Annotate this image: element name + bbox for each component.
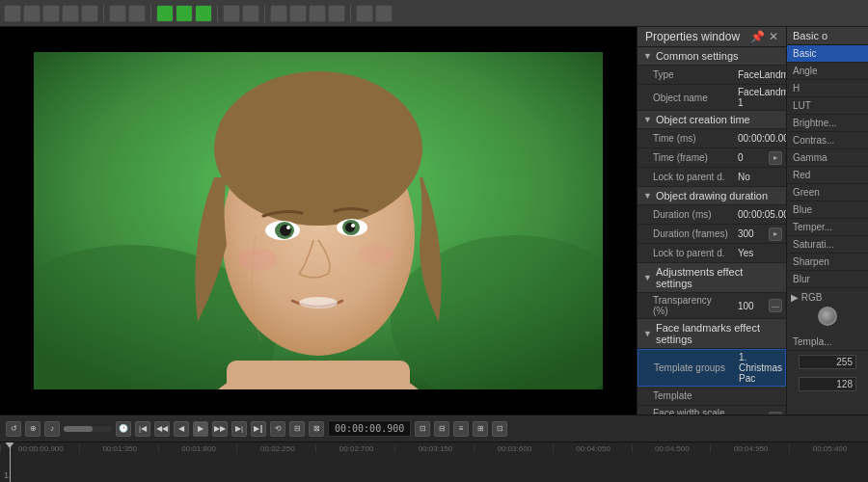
drawing-duration-header[interactable]: ▼ Object drawing duration (637, 187, 786, 205)
toolbar-icon-18[interactable] (375, 5, 393, 22)
right-item-lut[interactable]: LUT (787, 97, 868, 115)
right-item-blur[interactable]: Blur (787, 271, 868, 288)
toolbar-icon-2[interactable] (23, 5, 41, 22)
timeline-btn-7[interactable]: ⊡ (415, 421, 430, 437)
timeline-btn-2[interactable]: ⊕ (25, 421, 41, 437)
transparency-value[interactable]: 100 (734, 299, 769, 313)
right-item-sharpen[interactable]: Sharpen (787, 254, 868, 271)
toolbar-icon-1[interactable] (4, 5, 21, 22)
svg-rect-4 (227, 361, 410, 389)
toolbar-icon-10[interactable] (195, 5, 212, 22)
drawing-duration-label: Object drawing duration (656, 190, 768, 201)
template-value[interactable] (734, 394, 786, 398)
toolbar-icon-4[interactable] (62, 5, 79, 22)
template-groups-value[interactable]: 1. Christmas Pac (735, 350, 786, 386)
props-content: ▼ Common settings Type FaceLandmarks Obj… (637, 47, 786, 415)
right-item-brightness[interactable]: Brightne... (787, 115, 868, 132)
timeline-btn-10[interactable]: ⊞ (473, 421, 488, 437)
timeline-btn-8[interactable]: ⊟ (434, 421, 449, 437)
number-display-128 (787, 373, 868, 395)
toolbar-separator-2 (150, 5, 151, 22)
ruler-mark-7: 00:04:050 (553, 444, 632, 453)
face-landmarks-header[interactable]: ▼ Face landmarks effect settings (637, 319, 786, 349)
toolbar-icon-9[interactable] (176, 5, 193, 22)
number-input-255[interactable] (799, 355, 856, 369)
type-label: Type (637, 67, 734, 82)
right-item-angle[interactable]: Angle (787, 63, 868, 80)
time-frame-btn[interactable]: ▸ (769, 151, 782, 165)
time-display[interactable]: 00:00:00.900 (328, 420, 411, 437)
right-item-template[interactable]: Templa... (787, 334, 868, 351)
time-frame-value[interactable]: 0 (734, 150, 769, 165)
timeline-btn-11[interactable]: ⊡ (492, 421, 507, 437)
face-width-label: Face width scale % (637, 406, 734, 415)
lock-parent-value1[interactable]: No (734, 170, 786, 184)
toolbar-icon-7[interactable] (128, 5, 146, 22)
volume-btn[interactable]: ♪ (44, 421, 60, 437)
right-item-blue[interactable]: Blue (787, 201, 868, 219)
number-input-128[interactable] (799, 377, 856, 391)
timeline-btn-prev[interactable]: ◀◀ (154, 421, 170, 437)
toolbar-icon-5[interactable] (81, 5, 98, 22)
template-groups-label: Template groups (638, 361, 735, 375)
transparency-btn[interactable]: — (769, 299, 782, 312)
toolbar-icon-6[interactable] (109, 5, 126, 22)
close-icon[interactable]: ✕ (769, 30, 778, 43)
timeline-btn-1[interactable]: ↺ (6, 421, 21, 437)
video-panel (0, 27, 637, 415)
time-ms-value[interactable]: 00:00:00.000 (734, 131, 786, 146)
timeline-btn-next-key[interactable]: ▶‖ (251, 421, 266, 437)
right-item-basic[interactable]: Basic (787, 45, 868, 63)
toolbar-icon-13[interactable] (270, 5, 287, 22)
duration-ms-value[interactable]: 00:00:05.000 (734, 207, 786, 222)
lock-parent-value2[interactable]: Yes (734, 246, 786, 260)
video-container (0, 27, 637, 415)
svg-point-15 (299, 297, 338, 308)
timeline-btn-clock[interactable]: 🕐 (116, 421, 131, 437)
toolbar (0, 0, 868, 27)
adjustments-label: Adjustments effect settings (656, 266, 780, 289)
adjustments-header[interactable]: ▼ Adjustments effect settings (637, 263, 786, 293)
timeline-btn-forward[interactable]: ▶▶ (212, 421, 228, 437)
timeline-btn-6[interactable]: ⊠ (309, 421, 324, 437)
creation-time-header[interactable]: ▼ Object creation time (637, 111, 786, 129)
right-item-contrast[interactable]: Contras... (787, 132, 868, 149)
timeline-ruler[interactable]: 00:00:00.900 00:01:350 00:01:800 00:02:2… (0, 442, 868, 482)
right-item-red[interactable]: Red (787, 167, 868, 184)
template-row: Template (637, 387, 786, 406)
toolbar-icon-16[interactable] (328, 5, 345, 22)
template-label: Template (637, 388, 734, 403)
volume-slider[interactable] (64, 426, 112, 432)
toolbar-icon-3[interactable] (42, 5, 60, 22)
toolbar-icon-8[interactable] (156, 5, 174, 22)
common-arrow: ▼ (643, 51, 652, 61)
right-item-saturation[interactable]: Saturati... (787, 236, 868, 254)
toolbar-icon-17[interactable] (356, 5, 373, 22)
timeline-btn-5[interactable]: ⊟ (289, 421, 305, 437)
face-landmarks-label: Face landmarks effect settings (656, 322, 780, 345)
right-item-h[interactable]: H (787, 80, 868, 97)
toolbar-icon-12[interactable] (242, 5, 259, 22)
toolbar-icon-14[interactable] (289, 5, 307, 22)
right-item-green[interactable]: Green (787, 184, 868, 201)
timeline-btn-9[interactable]: ≡ (453, 421, 469, 437)
common-settings-header[interactable]: ▼ Common settings (637, 47, 786, 66)
timeline-btn-prev-key[interactable]: |◀ (135, 421, 150, 437)
object-name-value[interactable]: FaceLandmarks 1 (734, 85, 786, 110)
timeline-btn-loop[interactable]: ⟲ (270, 421, 285, 437)
duration-ms-row: Duration (ms) 00:00:05.000 ▸ (637, 205, 786, 225)
duration-frames-btn[interactable]: ▸ (769, 228, 782, 241)
pin-icon[interactable]: 📌 (750, 30, 765, 43)
right-item-temperature[interactable]: Temper... (787, 219, 868, 236)
color-swatch[interactable] (818, 307, 837, 326)
timeline-btn-back[interactable]: ◀ (174, 421, 189, 437)
toolbar-icon-11[interactable] (223, 5, 240, 22)
toolbar-separator-3 (217, 5, 218, 22)
ruler-mark-10: 00:05:400 (789, 444, 868, 453)
duration-frames-value[interactable]: 300 (734, 227, 769, 241)
toolbar-icon-15[interactable] (309, 5, 326, 22)
svg-point-16 (238, 248, 277, 271)
right-item-gamma[interactable]: Gamma (787, 149, 868, 167)
timeline-btn-next[interactable]: ▶| (231, 421, 247, 437)
timeline-btn-play[interactable]: ▶ (193, 421, 208, 437)
